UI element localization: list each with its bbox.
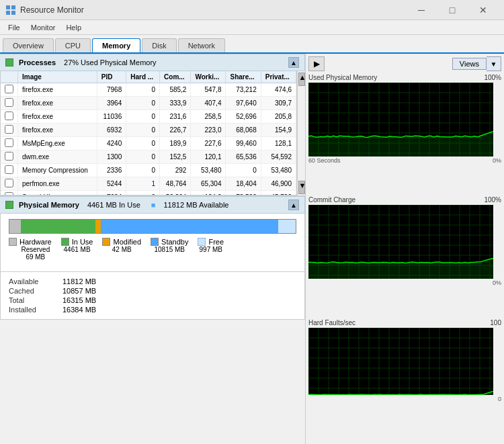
col-check[interactable] [1, 71, 18, 83]
table-cell: 0 [126, 137, 160, 150]
mem-stat-label: Available [9, 277, 62, 285]
table-cell: 5244 [97, 177, 126, 191]
svg-rect-0 [6, 5, 10, 9]
table-cell: 154,9 [261, 124, 296, 137]
mem-bar-inuse [21, 220, 95, 233]
col-worki[interactable]: Worki... [191, 71, 226, 83]
table-row[interactable]: SearchUI.exe7684056,364124,278,50845,720 [1, 191, 296, 196]
table-row[interactable]: firefox.exe79680585,2547,873,212474,6 [1, 83, 296, 97]
minimize-button[interactable]: ─ [406, 0, 437, 20]
processes-chevron[interactable]: ▲ [288, 57, 299, 68]
maximize-button[interactable]: □ [437, 0, 468, 20]
table-cell: 223,0 [191, 124, 226, 137]
chart-hard-faults-title: Hard Faults/sec [308, 319, 355, 326]
chart-hard-faults-labels: Hard Faults/sec 100 [308, 319, 501, 326]
chart-used-physical-labels: Used Physical Memory 100% [308, 74, 501, 81]
row-checkbox[interactable] [1, 83, 18, 97]
chart-used-physical-title: Used Physical Memory [308, 74, 377, 81]
table-cell: 309,7 [261, 97, 296, 110]
menu-file[interactable]: File [3, 22, 26, 33]
legend-color-inuse [61, 238, 69, 246]
table-cell: 189,9 [160, 137, 191, 150]
table-cell: 54,592 [261, 150, 296, 164]
table-cell: 1 [126, 177, 160, 191]
legend-value-free: 997 MB [200, 246, 222, 253]
table-row[interactable]: firefox.exe39640333,9407,497,640309,7 [1, 97, 296, 110]
chart-hard-faults-min: 0 [498, 396, 501, 402]
table-row[interactable]: dwm.exe13000152,5120,165,53654,592 [1, 150, 296, 164]
table-cell: 474,6 [261, 83, 296, 97]
row-checkbox[interactable] [1, 110, 18, 124]
table-row[interactable]: MsMpEng.exe42400189,9227,699,460128,1 [1, 137, 296, 150]
tab-network[interactable]: Network [178, 38, 225, 52]
tab-cpu[interactable]: CPU [55, 38, 91, 52]
table-row[interactable]: perfmon.exe5244148,76465,30418,40446,900 [1, 177, 296, 191]
col-com[interactable]: Com... [160, 71, 191, 83]
tab-bar: Overview CPU Memory Disk Network [0, 35, 504, 54]
table-cell: 18,404 [226, 177, 261, 191]
phys-mem-bar-container: Hardware Reserved 69 MB In Use 4461 MB [0, 214, 305, 272]
process-table: Image PID Hard ... Com... Worki... Share… [1, 71, 296, 195]
window-controls: ─ □ ✕ [406, 0, 499, 20]
processes-title: Processes [19, 58, 56, 66]
mem-bar-modified [95, 220, 101, 233]
legend-value-modified: 42 MB [112, 246, 132, 253]
legend-color-hardware [9, 238, 17, 246]
col-hard[interactable]: Hard ... [126, 71, 160, 83]
views-dropdown-button[interactable]: ▼ [487, 56, 501, 71]
row-checkbox[interactable] [1, 137, 18, 150]
scrollbar-thumb-down[interactable]: ▼ [298, 181, 305, 194]
table-cell: 227,6 [191, 137, 226, 150]
row-checkbox[interactable] [1, 164, 18, 177]
phys-mem-header[interactable]: Physical Memory 4461 MB In Use ■ 11812 M… [0, 196, 305, 214]
table-row[interactable]: firefox.exe69320226,7223,068,068154,9 [1, 124, 296, 137]
close-button[interactable]: ✕ [468, 0, 499, 20]
table-cell: 333,9 [160, 97, 191, 110]
table-cell: 226,7 [160, 124, 191, 137]
table-cell: 0 [126, 110, 160, 124]
chart-used-physical-max: 100% [484, 74, 501, 81]
row-checkbox[interactable] [1, 177, 18, 191]
legend-label-inuse: In Use [72, 238, 93, 246]
table-cell: MsMpEng.exe [18, 137, 97, 150]
col-pid[interactable]: PID [97, 71, 126, 83]
legend-label-free: Free [208, 238, 224, 246]
menu-help[interactable]: Help [60, 22, 87, 33]
processes-usage: 27% Used Physical Memory [64, 58, 157, 66]
legend-color-modified [102, 238, 110, 246]
table-cell: 53,480 [191, 164, 226, 177]
table-cell: dwm.exe [18, 150, 97, 164]
phys-mem-chevron[interactable]: ▲ [288, 199, 299, 210]
mem-legend: Hardware Reserved 69 MB In Use 4461 MB [9, 238, 296, 261]
table-cell: 292 [160, 164, 191, 177]
process-scrollbar[interactable]: ▲ ▼ [297, 71, 305, 195]
chart-hard-faults: Hard Faults/sec 100 0 [308, 319, 501, 437]
table-row[interactable]: Memory Compression2336029253,480053,480 [1, 164, 296, 177]
nav-back-button[interactable]: ▶ [308, 56, 325, 71]
row-checkbox[interactable] [1, 97, 18, 110]
table-cell: 407,4 [191, 97, 226, 110]
tab-memory[interactable]: Memory [92, 38, 140, 52]
table-row[interactable]: firefox.exe110360231,6258,552,696205,8 [1, 110, 296, 124]
table-cell: 4240 [97, 137, 126, 150]
table-cell: 0 [126, 83, 160, 97]
col-image[interactable]: Image [18, 71, 97, 83]
col-share[interactable]: Share... [226, 71, 261, 83]
row-checkbox[interactable] [1, 150, 18, 164]
table-cell: SearchUI.exe [18, 191, 97, 196]
right-panel: ▶ Views ▼ Used Physical Memory 100% 60 S… [306, 54, 504, 444]
views-button[interactable]: Views [452, 58, 487, 70]
window-title: Resource Monitor [20, 5, 406, 15]
mem-stat-row: Cached10857 MB [9, 287, 296, 295]
processes-section-header[interactable]: Processes 27% Used Physical Memory ▲ [0, 54, 305, 71]
table-cell: 45,720 [261, 191, 296, 196]
row-checkbox[interactable] [1, 191, 18, 196]
menu-monitor[interactable]: Monitor [26, 22, 61, 33]
col-privat[interactable]: Privat... [261, 71, 296, 83]
tab-disk[interactable]: Disk [142, 38, 176, 52]
scrollbar-thumb-up[interactable]: ▲ [298, 73, 305, 86]
row-checkbox[interactable] [1, 124, 18, 137]
tab-overview[interactable]: Overview [3, 38, 54, 52]
table-cell: 124,2 [191, 191, 226, 196]
table-cell: 48,764 [160, 177, 191, 191]
